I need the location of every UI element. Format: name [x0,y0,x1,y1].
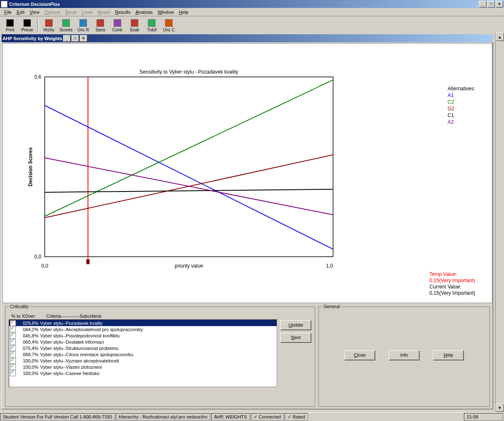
general-title: General [322,304,341,309]
toolbar-scores[interactable]: Scores [58,18,74,33]
legend-item-G2: G2 [448,105,475,112]
current-value-label: Current Value: [430,284,475,290]
child-window: AHP Sensitivity by Weights _ □ × Sensiti… [1,33,494,410]
criticality-row[interactable]: 100,0%Vyber stylu--Vyznam akceptovatelno… [9,357,277,364]
criticality-row[interactable]: 044,2%Vyber stylu--Akceptovatelnost pro … [9,326,277,332]
menu-window[interactable]: Window [155,9,176,15]
svg-text:Sensitivity to Vyber stylu - P: Sensitivity to Vyber stylu - Pozadavek k… [140,69,238,75]
toolbar-trdof[interactable]: Trdof [143,18,160,33]
values-box: Temp Value: 0,15(Very Important) Current… [430,271,475,296]
menu-bar: FileEditViewOptionsBlockLevelModelResult… [0,8,504,16]
status-time: 21:08 [464,413,503,421]
general-group: General Close Info Help [318,306,490,407]
close-button[interactable]: × [496,1,503,8]
contr-icon [114,19,121,27]
app-titlebar: Criterium DecisionPlus _ □ × [0,0,504,8]
hierarchy-icon [45,19,53,27]
menu-results[interactable]: Results [112,9,133,15]
svg-rect-9 [87,259,90,264]
menu-edit[interactable]: Edit [14,9,27,15]
child-titlebar: AHP Sensitivity by Weights _ □ × [2,34,493,42]
menu-level: Level [79,9,95,15]
legend-item-A2: A2 [448,119,475,125]
lower-area: Criticality % to XOver: Criteria--------… [3,304,492,408]
check-icon [10,333,16,339]
criticality-row[interactable]: 100,0%Vyber stylu--Vlastni ztotozneni [9,364,277,370]
menu-help[interactable]: Help [176,9,191,15]
menu-file[interactable]: File [2,9,14,15]
scores-icon [62,19,70,27]
temp-value: 0,15(Very Important) [430,278,475,284]
criticality-row[interactable]: 029,8%Vyber stylu--Pozadavek kvality [9,320,277,326]
toolbar-sens[interactable]: Sens [92,18,109,33]
criticality-title: Criticality [9,304,30,309]
menu-analysis[interactable]: Analysis [133,9,155,15]
update-button[interactable]: Update [280,320,311,330]
mdi-area: AHP Sensitivity by Weights _ □ × Sensiti… [0,33,496,412]
info-button[interactable]: Info [389,350,420,360]
criticality-row[interactable]: 075,4%Vyber stylu--Strukturovanost probl… [9,345,277,351]
uncr-icon [79,19,87,27]
child-close-button[interactable]: × [80,35,87,42]
sensitivity-chart: Sensitivity to Vyber stylu - Pozadavek k… [3,43,492,302]
menu-block: Block [63,9,79,15]
check-icon [10,364,16,370]
check-icon [10,370,16,376]
temp-value-label: Temp Value: [430,271,475,278]
check-icon [10,320,16,326]
toolbar-scatr[interactable]: Scatr [126,18,143,33]
child-maximize-button[interactable]: □ [71,35,79,42]
svg-text:priority value: priority value [175,263,203,269]
criticality-row[interactable]: 060,4%Vyber stylu--Dostatek informaci [9,339,277,345]
legend: Alternatives: A1C2G2C1A2 [448,85,475,125]
scroll-down-button[interactable]: ▾ [496,403,504,412]
toolbar-prevw[interactable]: Prevw [19,18,36,33]
next-button[interactable]: Next [280,333,311,343]
svg-text:0,0: 0,0 [41,263,48,269]
toolbar-contr[interactable]: Contr [109,18,126,33]
svg-text:0,6: 0,6 [34,74,41,80]
print-icon [6,19,14,27]
help-button[interactable]: Help [433,350,464,360]
close-dialog-button[interactable]: Close [344,350,375,360]
maximize-button[interactable]: □ [487,1,495,8]
svg-text:1,0: 1,0 [326,263,333,269]
check-icon [10,352,16,357]
svg-text:0,0: 0,0 [34,254,41,260]
check-icon [10,358,16,364]
menu-model: Model [95,9,113,15]
scroll-up-button[interactable]: ▴ [496,33,504,41]
child-title: AHP Sensitivity by Weights [3,36,62,41]
chart-pane: Sensitivity to Vyber stylu - Pozadavek k… [3,43,492,303]
criticality-row[interactable]: 100,0%Vyber stylu--Casove hledisko [9,370,277,376]
check-icon [10,339,16,345]
child-minimize-button[interactable]: _ [63,35,71,42]
check-icon [10,345,16,351]
criticality-row[interactable]: 088,7%Vyber stylu--Cilova orientace spol… [9,351,277,357]
legend-item-C1: C1 [448,112,475,119]
criticality-header: % to XOver: Criteria------------Subcrite… [11,314,311,319]
check-icon [10,327,16,332]
criticality-group: Criticality % to XOver: Criteria--------… [5,306,315,407]
vertical-scrollbar[interactable]: ▴ ▾ [495,33,504,412]
criticality-list[interactable]: 029,8%Vyber stylu--Pozadavek kvality044,… [9,319,277,387]
menu-view[interactable]: View [27,9,42,15]
status-method: AHP, WEIGHTS [211,413,250,421]
legend-item-A1: A1 [448,92,475,99]
app-icon [1,1,8,8]
uncc-icon [165,19,173,27]
minimize-button[interactable]: _ [479,1,486,8]
current-value: 0,15(Very Important) [430,290,475,296]
svg-text:Decision Scores: Decision Scores [28,147,33,186]
criticality-row[interactable]: 045,8%Vyber stylu--Pravdepodovnost konfl… [9,332,277,339]
toolbar-unc r[interactable]: Unc R [75,18,92,33]
legend-item-C2: C2 [448,99,475,105]
toolbar-print[interactable]: Print [2,18,18,33]
toolbar-unc c[interactable]: Unc C [160,18,177,33]
legend-title: Alternatives: [448,85,475,92]
menu-options: Options [42,9,63,15]
app-title: Criterium DecisionPlus [9,2,478,7]
status-version: Student Version For Full Version Call 1-… [0,413,115,421]
toolbar-hrchy[interactable]: Hrchy [41,18,57,33]
status-connected: ✓Connected [251,413,284,421]
